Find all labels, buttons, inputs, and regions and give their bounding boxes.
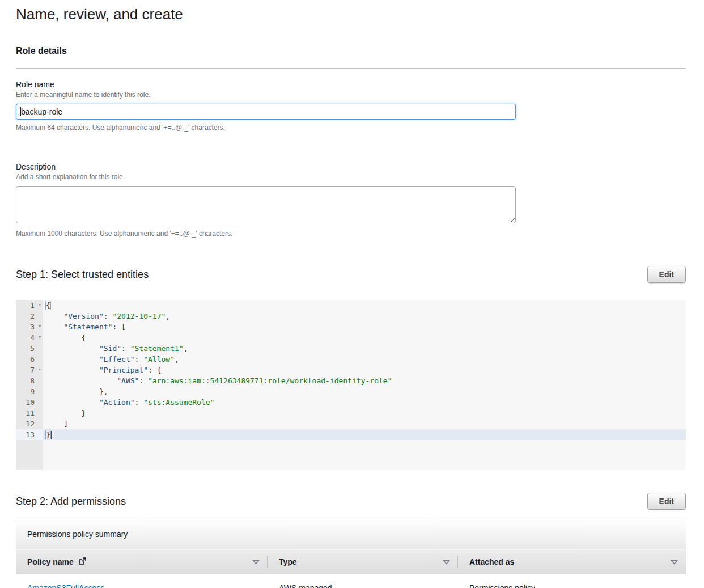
create-role-review-page: Name, review, and create Role details Ro…: [0, 0, 704, 588]
description-input[interactable]: [16, 186, 516, 223]
editor-code-line[interactable]: }: [43, 408, 686, 418]
filter-triangle-icon[interactable]: [671, 557, 678, 566]
role-name-input[interactable]: [16, 104, 516, 120]
editor-line-number: 6: [16, 354, 43, 365]
editor-line-number: 11: [16, 408, 43, 418]
description-hint: Add a short explanation for this role.: [16, 173, 686, 181]
description-constraint: Maximum 1000 characters. Use alphanumeri…: [16, 230, 686, 238]
external-link-icon: [78, 557, 86, 567]
filter-triangle-icon[interactable]: [443, 557, 450, 566]
editor-code-line[interactable]: "AWS": "arn:aws:iam::541263489771:role/w…: [43, 375, 686, 386]
editor-line-number: 4▾: [16, 332, 43, 343]
column-label: Policy name: [27, 557, 74, 566]
step1-section: Step 1: Select trusted entities Edit 1▾2…: [16, 266, 686, 470]
editor-line-number: 7▾: [16, 365, 43, 375]
editor-line-number: 8: [16, 375, 43, 386]
editor-code-line[interactable]: {: [43, 300, 686, 311]
editor-code-line[interactable]: }: [43, 429, 686, 440]
step2-heading: Step 2: Add permissions: [16, 496, 126, 507]
role-name-hint: Enter a meaningful name to identify this…: [16, 91, 686, 99]
fold-arrow-icon[interactable]: ▾: [39, 364, 41, 375]
role-details-heading: Role details: [16, 46, 686, 56]
editor-code[interactable]: { "Version": "2012-10-17", "Statement": …: [43, 300, 686, 470]
editor-gutter: 1▾23▾4▾567▾8910111213: [16, 300, 43, 470]
section-divider: [16, 68, 686, 69]
editor-line-number: 5: [16, 343, 43, 354]
editor-code-line[interactable]: {: [43, 332, 686, 343]
role-name-constraint: Maximum 64 characters. Use alphanumeric …: [16, 124, 686, 132]
column-header-policy-name[interactable]: Policy name: [16, 550, 268, 574]
fold-arrow-icon[interactable]: ▾: [39, 332, 41, 342]
column-label: Attached as: [469, 557, 514, 566]
editor-code-line[interactable]: "Effect": "Allow",: [43, 354, 686, 365]
policy-table-header: Policy name Type Attached as: [16, 549, 686, 574]
step2-edit-button[interactable]: Edit: [647, 493, 686, 510]
editor-line-number: 10: [16, 397, 43, 408]
page-title: Name, review, and create: [16, 3, 686, 23]
editor-code-line[interactable]: "Sid": "Statement1",: [43, 343, 686, 354]
text-caret: [20, 107, 21, 116]
policy-type-cell: AWS managed: [268, 583, 458, 588]
editor-code-line[interactable]: ]: [43, 418, 686, 429]
editor-code-line[interactable]: "Principal": {: [43, 365, 686, 375]
role-name-label: Role name: [16, 80, 686, 89]
editor-code-line[interactable]: "Statement": [: [43, 322, 686, 332]
step2-section: Step 2: Add permissions Edit Permissions…: [16, 493, 686, 588]
policy-table-body: AmazonS3FullAccessAWS managedPermissions…: [16, 574, 686, 588]
description-label: Description: [16, 162, 686, 171]
trust-policy-editor[interactable]: 1▾23▾4▾567▾8910111213 { "Version": "2012…: [16, 300, 686, 470]
table-row: AmazonS3FullAccessAWS managedPermissions…: [16, 574, 686, 588]
editor-code-line[interactable]: "Version": "2012-10-17",: [43, 311, 686, 322]
column-header-type[interactable]: Type: [268, 550, 458, 574]
step1-heading: Step 1: Select trusted entities: [16, 269, 149, 281]
editor-line-number: 3▾: [16, 322, 43, 332]
editor-line-number: 2: [16, 311, 43, 322]
filter-triangle-icon[interactable]: [252, 557, 260, 566]
editor-line-number: 12: [16, 418, 43, 429]
editor-text-cursor: [51, 431, 52, 439]
editor-code-line[interactable]: },: [43, 386, 686, 397]
step1-edit-button[interactable]: Edit: [647, 266, 686, 283]
permissions-summary-panel: Permissions policy summary: [16, 518, 686, 549]
editor-line-number: 13: [16, 429, 43, 440]
editor-line-number: 9: [16, 386, 43, 397]
fold-arrow-icon[interactable]: ▾: [39, 321, 41, 332]
column-label: Type: [279, 557, 297, 566]
column-header-attached-as[interactable]: Attached as: [458, 550, 686, 574]
editor-code-line[interactable]: "Action": "sts:AssumeRole": [43, 397, 686, 408]
permissions-summary-title: Permissions policy summary: [27, 530, 128, 539]
role-name-input-wrap: [16, 104, 516, 120]
role-details-section: Role details Role name Enter a meaningfu…: [16, 46, 686, 238]
editor-line-number: 1▾: [16, 300, 43, 311]
attached-as-cell: Permissions policy: [458, 583, 686, 588]
policy-name-link[interactable]: AmazonS3FullAccess: [27, 583, 104, 588]
fold-arrow-icon[interactable]: ▾: [39, 299, 41, 310]
